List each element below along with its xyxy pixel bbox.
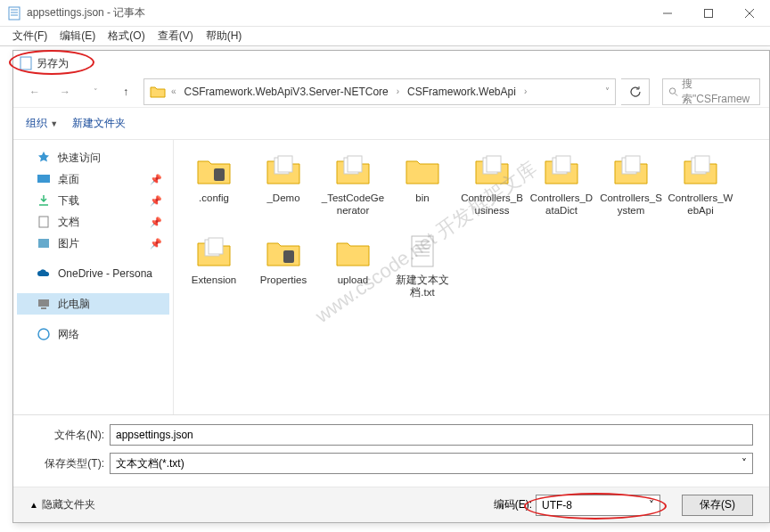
sidebar-pictures[interactable]: 图片📌 bbox=[17, 233, 169, 254]
back-button[interactable]: ← bbox=[22, 79, 47, 104]
sidebar-this-pc[interactable]: 此电脑 bbox=[17, 293, 169, 315]
menu-help[interactable]: 帮助(H) bbox=[201, 27, 248, 45]
svg-rect-15 bbox=[41, 307, 46, 309]
encoding-label: 编码(E): bbox=[494, 497, 532, 512]
file-item[interactable]: Controllers_Business bbox=[457, 149, 527, 231]
save-button[interactable]: 保存(S) bbox=[682, 495, 753, 516]
menubar: 文件(F) 编辑(E) 格式(O) 查看(V) 帮助(H) bbox=[0, 27, 770, 46]
nav-row: ← → ˅ ↑ « CSFramework.WebApiV3.Server-NE… bbox=[13, 76, 769, 108]
refresh-button[interactable] bbox=[621, 78, 650, 105]
sidebar-desktop[interactable]: 桌面📌 bbox=[17, 168, 169, 190]
minimize-button[interactable] bbox=[647, 0, 688, 27]
svg-rect-25 bbox=[556, 156, 570, 172]
menu-format[interactable]: 格式(O) bbox=[102, 27, 150, 45]
folder-icon bbox=[610, 152, 652, 188]
chevron-down-icon: ˅ bbox=[649, 499, 654, 512]
svg-rect-13 bbox=[38, 239, 49, 248]
file-label: .config bbox=[197, 192, 231, 204]
pin-icon: 📌 bbox=[150, 195, 162, 207]
hide-folders-button[interactable]: 隐藏文件夹 bbox=[42, 497, 95, 512]
sidebar-network[interactable]: 网络 bbox=[17, 323, 169, 345]
filename-label: 文件名(N): bbox=[29, 428, 110, 443]
file-label: upload bbox=[336, 274, 371, 286]
file-item[interactable]: Properties bbox=[249, 231, 318, 313]
address-bar[interactable]: « CSFramework.WebApiV3.Server-NETCore › … bbox=[143, 78, 616, 105]
address-dropdown-icon[interactable]: ˅ bbox=[605, 86, 610, 96]
svg-rect-23 bbox=[487, 156, 501, 172]
file-label: bin bbox=[414, 192, 430, 204]
file-label: Extension bbox=[190, 274, 239, 286]
file-item[interactable]: Controllers_WebApi bbox=[666, 149, 735, 231]
document-icon bbox=[37, 215, 51, 229]
folder-icon bbox=[401, 152, 444, 188]
pin-icon: 📌 bbox=[150, 217, 162, 228]
filetype-label: 保存类型(T): bbox=[29, 456, 110, 471]
svg-rect-31 bbox=[209, 238, 223, 254]
dialog-title: 另存为 bbox=[37, 56, 69, 71]
breadcrumb-2[interactable]: CSFramework.WebApi bbox=[405, 86, 519, 98]
folder-icon bbox=[401, 234, 444, 270]
file-pane[interactable]: .config_Demo_TestCodeGeneratorbinControl… bbox=[174, 140, 769, 414]
folder-icon bbox=[471, 152, 513, 188]
file-item[interactable]: _Demo bbox=[249, 149, 318, 231]
folder-icon bbox=[192, 234, 235, 270]
svg-rect-29 bbox=[695, 156, 709, 172]
svg-line-10 bbox=[675, 93, 677, 95]
close-button[interactable] bbox=[729, 0, 770, 27]
file-label: _TestCodeGenerator bbox=[318, 192, 388, 217]
svg-point-16 bbox=[38, 329, 49, 340]
pictures-icon bbox=[37, 236, 51, 250]
svg-rect-0 bbox=[9, 7, 20, 20]
svg-rect-21 bbox=[348, 156, 362, 172]
file-label: Controllers_Business bbox=[457, 192, 527, 217]
svg-rect-12 bbox=[39, 217, 48, 227]
maximize-button[interactable] bbox=[688, 0, 729, 27]
folder-icon bbox=[679, 152, 722, 188]
file-label: Controllers_System bbox=[596, 192, 666, 217]
footer: ▲ 隐藏文件夹 编码(E): UTF-8˅ 保存(S) bbox=[13, 487, 769, 522]
file-item[interactable]: _TestCodeGenerator bbox=[318, 149, 388, 231]
download-icon bbox=[37, 193, 51, 208]
up-button[interactable]: ↑ bbox=[113, 79, 138, 104]
menu-edit[interactable]: 编辑(E) bbox=[54, 27, 101, 45]
network-icon bbox=[37, 327, 51, 341]
recent-dropdown[interactable]: ˅ bbox=[83, 79, 108, 104]
dialog-icon bbox=[19, 56, 33, 70]
file-item[interactable]: upload bbox=[318, 231, 388, 313]
svg-rect-5 bbox=[705, 9, 713, 17]
save-as-dialog: 另存为 ← → ˅ ↑ « CSFramework.WebApiV3.Serve… bbox=[12, 50, 770, 523]
star-icon bbox=[37, 151, 51, 165]
desktop-icon bbox=[37, 172, 51, 186]
new-folder-button[interactable]: 新建文件夹 bbox=[72, 116, 126, 131]
svg-rect-8 bbox=[20, 57, 31, 70]
sidebar-onedrive[interactable]: OneDrive - Persona bbox=[17, 263, 169, 284]
file-item[interactable]: 新建文本文档.txt bbox=[388, 231, 457, 313]
search-input[interactable]: 搜索"CSFramew bbox=[662, 78, 760, 105]
filetype-combo[interactable]: 文本文档(*.txt)˅ bbox=[110, 453, 753, 474]
folder-icon bbox=[192, 152, 235, 188]
svg-rect-11 bbox=[37, 175, 50, 183]
file-label: Properties bbox=[258, 274, 308, 286]
filename-input[interactable] bbox=[110, 424, 753, 446]
file-item[interactable]: Extension bbox=[179, 231, 249, 313]
chevron-icon: › bbox=[397, 86, 399, 96]
menu-file[interactable]: 文件(F) bbox=[7, 27, 53, 45]
file-label: 新建文本文档.txt bbox=[388, 274, 457, 299]
sidebar-documents[interactable]: 文档📌 bbox=[17, 211, 169, 233]
bottom-form: 文件名(N): 保存类型(T): 文本文档(*.txt)˅ bbox=[13, 414, 769, 487]
pc-icon bbox=[37, 297, 51, 311]
sidebar-quick-access[interactable]: 快速访问 bbox=[17, 147, 169, 168]
notepad-icon bbox=[7, 6, 21, 20]
file-item[interactable]: .config bbox=[179, 149, 249, 231]
encoding-combo[interactable]: UTF-8˅ bbox=[536, 495, 660, 516]
file-item[interactable]: Controllers_DataDict bbox=[527, 149, 596, 231]
sidebar-downloads[interactable]: 下载📌 bbox=[17, 190, 169, 211]
file-label: Controllers_DataDict bbox=[527, 192, 596, 217]
file-item[interactable]: bin bbox=[388, 149, 457, 231]
organize-button[interactable]: 组织 ▼ bbox=[26, 116, 58, 131]
menu-view[interactable]: 查看(V) bbox=[152, 27, 199, 45]
collapse-icon[interactable]: ▲ bbox=[29, 500, 38, 510]
breadcrumb-1[interactable]: CSFramework.WebApiV3.Server-NETCore bbox=[182, 86, 391, 98]
svg-rect-14 bbox=[38, 299, 49, 307]
file-item[interactable]: Controllers_System bbox=[596, 149, 666, 231]
